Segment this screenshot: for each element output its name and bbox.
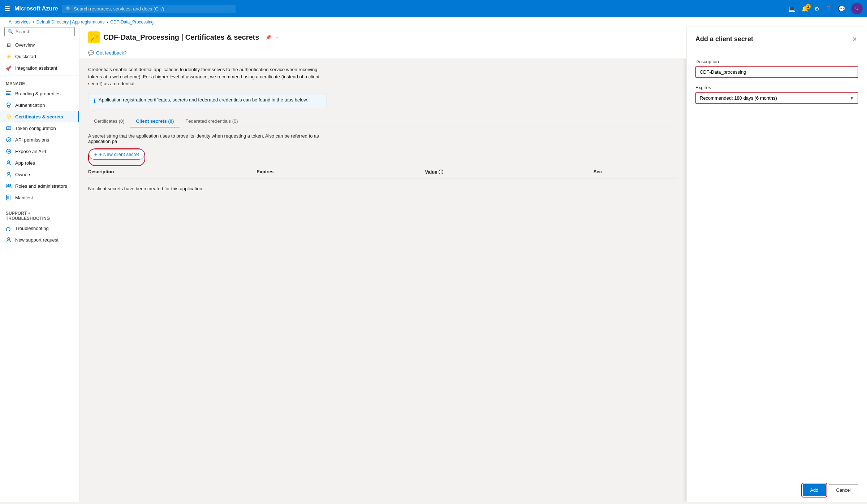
new-secret-btn-label: + New client secret [99,152,139,157]
sidebar-item-manifest[interactable]: Manifest [0,192,79,203]
content-area: 🔑 CDF-Data_Processing | Certificates & s… [79,27,686,502]
sidebar-item-support-request[interactable]: New support request [0,234,79,246]
sidebar-item-branding[interactable]: Branding & properties [0,88,79,99]
tabs: Certificates (0) Client secrets (0) Fede… [88,116,678,127]
hamburger-menu[interactable]: ☰ [4,5,10,13]
sidebar-item-label: Overview [15,42,35,48]
sidebar-item-integration[interactable]: 🚀 Integration assistant [0,62,79,74]
svg-point-5 [7,115,10,118]
tab-client-secrets[interactable]: Client secrets (0) [130,116,180,127]
sidebar-item-authentication[interactable]: Authentication [0,99,79,111]
expires-select-wrap: Recommended: 180 days (6 months) 12 mont… [695,92,858,104]
svg-point-13 [8,172,10,174]
sidebar-item-label: Owners [15,172,31,177]
info-icon: ℹ [94,97,96,104]
owners-icon [6,171,12,177]
sidebar-search-input[interactable] [16,29,72,34]
user-avatar[interactable]: U [851,3,863,14]
sidebar-item-certificates[interactable]: Certificates & secrets [0,111,79,122]
panel-body: Description Expires Recommended: 180 day… [687,50,867,478]
overview-icon: ⊞ [6,42,12,48]
token-icon [6,125,12,131]
brand-name: Microsoft Azure [14,5,58,12]
sidebar-item-expose-api[interactable]: Expose an API [0,145,79,157]
notifications-icon[interactable]: 🔔 1 [801,5,808,12]
expires-label: Expires [695,85,858,90]
table-empty-message: No client secrets have been created for … [88,179,678,199]
troubleshooting-icon [6,225,12,231]
col-description: Description [88,169,256,175]
roles-icon [6,183,12,189]
global-search-box[interactable]: 🔍 [62,5,236,13]
sidebar-item-quickstart[interactable]: ⚡ Quickstart [0,51,79,62]
settings-icon[interactable]: ⚙ [814,5,819,12]
authentication-icon [6,102,12,108]
svg-point-12 [8,161,10,163]
col-value: Value ⓘ [425,169,594,175]
info-banner: ℹ Application registration certificates,… [88,93,327,108]
sidebar-item-label: API permissions [15,137,49,143]
cloud-shell-icon[interactable]: 💻 [788,5,795,12]
panel-close-button[interactable]: ✕ [851,34,858,44]
help-icon[interactable]: ❓ [825,5,832,12]
breadcrumb-app-name[interactable]: CDF-Data_Processing [110,19,154,25]
svg-rect-6 [7,127,11,130]
info-text: Credentials enable confidential applicat… [88,66,327,87]
sidebar-item-roles-admins[interactable]: Roles and administrators [0,180,79,192]
manage-section-label: Manage [0,77,79,88]
feedback-text[interactable]: Got feedback? [96,50,127,56]
topbar: ☰ Microsoft Azure 🔍 💻 🔔 1 ⚙ ❓ 💬 U [0,0,867,17]
breadcrumb-all-services[interactable]: All services [9,19,31,25]
feedback-bar: 💬 Got feedback? [88,47,678,58]
sidebar-item-app-roles[interactable]: App roles [0,157,79,169]
breadcrumb-sep-2: › [107,19,108,25]
feedback-icon[interactable]: 💬 [838,5,845,12]
sidebar-item-label: Roles and administrators [15,183,67,189]
sidebar-item-label: Token configuration [15,126,56,131]
sidebar-item-label: Integration assistant [15,65,57,71]
panel-footer: Add Cancel [687,478,867,502]
pin-icon[interactable]: 📌 [266,35,271,40]
cancel-button[interactable]: Cancel [829,484,858,496]
certificates-icon [6,114,12,120]
sidebar-item-label: Authentication [15,103,45,108]
svg-point-9 [7,138,11,142]
svg-rect-0 [6,91,11,92]
breadcrumb-default-directory[interactable]: Default Directory | App registrations [36,19,105,25]
svg-point-15 [9,184,11,186]
sidebar-item-label: Quickstart [15,54,36,59]
panel-header: Add a client secret ✕ [687,27,867,50]
sidebar-item-owners[interactable]: Owners [0,169,79,180]
sidebar-item-label: Branding & properties [15,91,61,96]
sidebar-item-label: New support request [15,237,59,243]
form-group-description: Description [695,59,858,78]
support-section-label: Support + Troubleshooting [0,207,79,222]
secret-description: A secret string that the application use… [88,133,327,144]
sidebar-item-label: Certificates & secrets [15,114,63,120]
page-title: CDF-Data_Processing | Certificates & sec… [103,33,259,42]
tab-federated-credentials[interactable]: Federated credentials (0) [180,116,243,127]
sidebar-item-token[interactable]: Token configuration [0,122,79,134]
side-panel: Add a client secret ✕ Description Expire… [686,27,867,502]
tab-certificates[interactable]: Certificates (0) [88,116,130,127]
page-title-actions: 📌 ··· [266,35,278,40]
breadcrumb-sep-1: › [33,19,34,25]
plus-icon: + [94,152,97,157]
panel-title: Add a client secret [695,35,753,43]
sidebar-search-box[interactable]: 🔍 [4,27,75,36]
description-input[interactable] [695,66,858,78]
sidebar-item-overview[interactable]: ⊞ Overview [0,39,79,51]
sidebar-item-api-permissions[interactable]: API permissions [0,134,79,145]
expires-select[interactable]: Recommended: 180 days (6 months) 12 mont… [696,93,846,103]
more-icon[interactable]: ··· [274,35,278,40]
new-client-secret-button[interactable]: + + New client secret [89,149,144,160]
sidebar-item-troubleshooting[interactable]: Troubleshooting [0,222,79,234]
sidebar-item-label: Manifest [15,195,33,200]
svg-rect-2 [6,94,10,95]
add-button[interactable]: Add [803,484,825,496]
sidebar-divider-2 [0,205,79,205]
global-search-input[interactable] [74,6,232,12]
description-label: Description [695,59,858,64]
sidebar-item-label: App roles [15,160,35,166]
page-title-icon: 🔑 [88,31,100,43]
